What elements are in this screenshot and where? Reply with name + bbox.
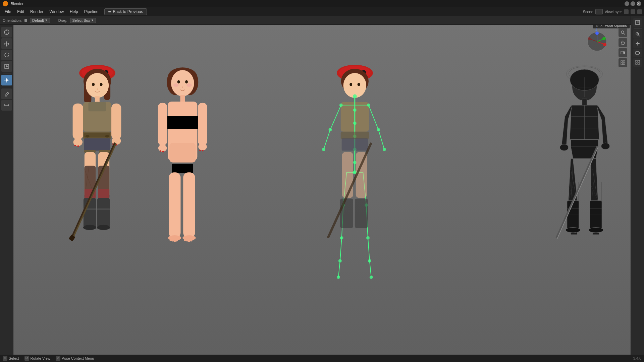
transform-tool-btn[interactable] [1,75,12,85]
orientation-toolbar: Orientation: Default ▼ Drag: Select Box … [0,16,644,25]
svg-rect-87 [166,116,199,129]
item-properties-btn[interactable] [633,18,642,27]
svg-rect-182 [567,200,579,230]
svg-line-134 [378,130,384,149]
svg-line-141 [340,238,342,261]
svg-point-200 [602,37,606,40]
svg-point-202 [588,37,591,40]
orientation-dot[interactable] [24,19,27,22]
tool-separator-2 [3,87,11,87]
menu-window[interactable]: Window [47,9,66,15]
maximize-button[interactable]: □ [631,1,635,6]
svg-rect-206 [621,61,623,62]
svg-point-35 [86,73,109,98]
camera-view-btn[interactable] [633,49,642,57]
tool-separator-1 [3,73,11,73]
titlebar: Blender — □ ✕ [0,0,644,7]
svg-rect-155 [342,152,353,198]
cursor-tool-btn[interactable] [1,27,12,38]
blender-logo [3,1,8,6]
drag-dropdown[interactable]: Select Box ▼ [70,18,96,23]
camera-perspective-icon[interactable] [619,48,627,57]
back-icon: ⬅ [108,9,111,14]
svg-rect-90 [198,103,207,145]
svg-line-128 [330,105,341,130]
svg-point-82 [186,83,192,87]
viewport-overlay-icons [619,28,627,67]
back-label: Back to Previous [113,9,143,14]
svg-point-54 [105,135,109,138]
minimize-button[interactable]: — [625,1,629,6]
svg-line-132 [369,105,378,130]
svg-point-80 [185,80,188,83]
zoom-in-btn[interactable] [633,30,642,39]
rotate-tool-btn[interactable] [1,50,12,60]
annotate-tool-btn[interactable] [1,88,12,99]
right-separator [634,28,642,28]
menu-help[interactable]: Help [67,9,81,15]
orientation-value: Default [32,18,44,22]
grid-layout-icon[interactable] [619,58,627,67]
svg-rect-96 [202,150,204,152]
camera-icon[interactable] [624,9,629,14]
app-title: Blender [11,2,23,6]
svg-point-108 [190,240,193,242]
character-2-nude [158,67,207,242]
svg-rect-88 [172,164,193,173]
drag-label: Drag: [58,18,67,22]
svg-point-69 [97,225,110,230]
scene-icon[interactable] [595,9,603,14]
svg-point-135 [383,148,386,151]
menu-edit[interactable]: Edit [14,9,27,15]
svg-point-131 [322,148,325,151]
status-rotate: M Rotate View [24,356,50,361]
mouse-left-icon: M [3,356,7,361]
svg-point-196 [595,32,599,35]
svg-line-151 [370,261,371,277]
svg-rect-205 [621,51,624,54]
svg-point-78 [171,70,194,96]
svg-point-198 [603,43,606,46]
menu-file[interactable]: File [2,9,14,15]
grid-view-btn[interactable] [633,58,642,67]
svg-point-92 [198,143,207,150]
drag-value: Select Box [72,18,90,22]
svg-point-118 [353,94,357,98]
svg-rect-24 [636,52,639,54]
svg-point-120 [353,122,357,125]
window-controls: — □ ✕ [625,1,641,6]
settings-icon[interactable] [637,9,642,14]
svg-rect-207 [623,61,625,62]
back-to-previous-button[interactable]: ⬅ Back to Previous [104,8,147,15]
status-select: M Select [3,356,19,361]
mouse-mid-icon: M [24,356,29,361]
svg-rect-95 [199,150,201,151]
svg-point-152 [370,276,373,279]
zoom-icon[interactable] [619,28,627,37]
scale-tool-btn[interactable] [1,61,12,72]
svg-rect-67 [97,198,110,227]
hand-pan-icon[interactable] [619,38,627,47]
svg-rect-98 [183,172,195,238]
svg-point-37 [100,83,103,86]
svg-line-130 [324,130,330,149]
svg-rect-86 [169,143,196,163]
viewlayer-label: ViewLayer [605,10,622,14]
move-tool-btn[interactable] [1,38,12,49]
pan-btn[interactable] [633,39,642,48]
orientation-gizmo[interactable]: Z [584,28,610,55]
left-sidebar [0,25,13,359]
measure-tool-btn[interactable] [1,100,12,111]
svg-line-21 [638,35,640,36]
close-button[interactable]: ✕ [637,1,641,6]
svg-rect-44 [111,104,121,140]
orientation-dropdown[interactable]: Default ▼ [30,18,50,23]
svg-point-113 [343,73,366,98]
menu-render[interactable]: Render [28,9,46,15]
viewport-3d[interactable]: Z [13,25,631,355]
pose-context-label: Pose Context Menu [62,356,94,360]
svg-point-38 [97,88,98,89]
menu-pipeline[interactable]: Pipeline [82,9,101,15]
render-icon[interactable] [631,9,635,14]
character-3-armature [322,65,386,279]
